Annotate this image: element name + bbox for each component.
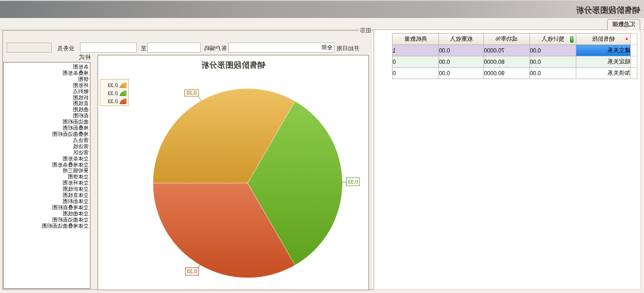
stage-cell-selected[interactable]: 建立关系 [576,45,631,56]
slice-value-callout: 0.33 [346,178,360,186]
style-option[interactable]: 曼哈顿三维 [4,168,90,174]
row-selector[interactable] [631,45,637,56]
legend-value: 0.33 [108,90,118,96]
row-selector-header [631,34,637,45]
customer-code-to-input[interactable] [80,43,137,53]
column-header-label: 销售阶段 [592,36,615,42]
customer-code-from-input[interactable] [147,43,201,53]
column-header-weighted[interactable]: 权重收入 [439,34,484,45]
summary-table-panel: ▲ 销售阶段 预计收入 成功率% 权重收入 商机数量 建立关系 0.00 [371,30,641,290]
column-header-stage[interactable]: ▲ 销售阶段 [576,34,631,45]
weighted-cell[interactable]: 0.00 [439,68,484,79]
count-cell[interactable]: 0 [393,68,439,79]
table-row: 稳定关系 0.00 80.0000 0.00 0 [393,56,637,68]
style-option[interactable]: 曲线图 [4,107,90,113]
expected-cell[interactable]: 0.00 [530,56,576,68]
style-option[interactable]: 立体直线图 [4,192,90,198]
style-option[interactable]: 立体条形图 [4,156,90,162]
legend-item: 0.33 [100,89,126,97]
chart-legend: 0.33 0.33 0.33 [100,79,129,106]
callout-line-1 [198,97,201,101]
style-option[interactable]: 散列点 [4,89,90,95]
column-header-label: 预计收入 [542,36,564,42]
start-date-input[interactable] [228,43,334,53]
style-option[interactable]: 雷达点 [4,137,90,143]
column-header-expected[interactable]: 预计收入 [530,34,576,45]
tabstrip-divider [0,29,644,30]
chart-panel: 销售阶段图形分析 [98,55,369,290]
rate-cell[interactable]: 80.0000 [484,56,530,68]
rate-cell[interactable]: 70.0000 [484,45,530,56]
expected-cell[interactable]: 0.00 [530,68,576,79]
style-option[interactable]: 条形图 [4,64,90,70]
table-header-row: ▲ 销售阶段 预计收入 成功率% 权重收入 商机数量 [393,34,637,45]
title-bar: 销售阶段图形分析 [0,0,644,18]
style-option[interactable]: 立体曲边面积图 [4,217,90,223]
style-option[interactable]: 立体面积图 [4,198,90,204]
row-selector[interactable] [631,56,637,68]
pie-chart [97,55,368,291]
style-label: 样式 [79,53,90,62]
style-option[interactable]: 雷达区 [4,150,90,156]
weighted-cell[interactable]: 0.00 [439,45,484,56]
style-option[interactable]: 堆叠面积图 [4,125,90,131]
app-window: 销售阶段图形分析 汇总数据 ▲ 销售阶段 预计收入 [0,0,644,293]
style-option[interactable]: 曲边面积图 [4,119,90,125]
style-option[interactable]: 直线图 [4,100,90,107]
sales-stage-table: ▲ 销售阶段 预计收入 成功率% 权重收入 商机数量 建立关系 0.00 [392,33,637,79]
page-title: 销售阶段图形分析 [576,5,640,16]
legend-value: 0.33 [108,98,118,104]
stage-cell[interactable]: 加强关系 [576,68,631,79]
style-option[interactable]: 面积图 [4,113,90,119]
rate-cell[interactable]: 90.0000 [484,68,530,79]
style-option[interactable]: 环形图 [4,82,90,89]
salesman-input[interactable] [7,43,52,53]
mirrored-canvas: 销售阶段图形分析 汇总数据 ▲ 销售阶段 预计收入 [0,0,644,293]
table-row: 建立关系 0.00 70.0000 0.00 1 [393,45,637,56]
range-to-label: 至 [141,44,146,53]
table-row: 加强关系 0.00 90.0000 0.00 0 [393,68,637,79]
tab-summary-data[interactable]: 汇总数据 [607,19,640,30]
chart-groupbox: 图形 开始日期 客户编码 至 业务员 样式 条形图 堆叠条形图 饼图 环形图 散… [2,30,374,290]
legend-swatch-amber [120,82,126,88]
legend-swatch-red [120,98,126,104]
column-header-rate[interactable]: 成功率% [484,34,530,45]
count-cell[interactable]: 0 [393,56,439,68]
legend-value: 0.33 [108,82,118,88]
green-bar-icon [570,36,573,43]
style-option[interactable]: 立体环形图 [4,180,90,186]
stage-cell[interactable]: 稳定关系 [576,56,631,68]
legend-item: 0.33 [100,81,126,89]
style-option[interactable]: 雷达线 [4,143,90,150]
style-option[interactable]: 立体折线图 [4,186,90,192]
style-option[interactable]: 立体堆叠面积图 [4,204,90,211]
legend-swatch-green [120,90,126,96]
style-option[interactable]: 立体饼图 [4,174,90,180]
chart-style-listbox[interactable]: 条形图 堆叠条形图 饼图 环形图 散列点 折线图 直线图 曲线图 面积图 曲边面… [3,62,90,289]
slice-value-callout: 0.33 [185,267,199,275]
sort-ascending-icon: ▲ [625,36,629,41]
start-date-label: 开始日期 [337,44,359,53]
salesman-label: 业务员 [57,44,74,53]
style-option[interactable]: 立体曲线图 [4,211,90,217]
column-header-count[interactable]: 商机数量 [393,34,439,45]
count-cell[interactable]: 1 [393,45,439,56]
style-option[interactable]: 折线图 [4,95,90,101]
expected-cell[interactable]: 0.00 [530,45,576,56]
legend-item: 0.33 [100,97,126,105]
slice-value-callout: 0.33 [184,89,199,97]
weighted-cell[interactable]: 0.00 [439,56,484,68]
style-option[interactable]: 堆叠条形图 [4,70,90,76]
customer-code-label: 客户编码 [204,44,227,53]
groupbox-caption: 图形 [358,27,373,35]
row-selector[interactable] [631,68,637,79]
style-option[interactable]: 立体堆叠曲边面积图 [4,223,90,229]
style-option[interactable]: 立体堆叠条形图 [4,162,90,168]
style-option[interactable]: 堆叠曲边面积图 [4,131,90,137]
style-option[interactable]: 饼图 [4,76,90,82]
